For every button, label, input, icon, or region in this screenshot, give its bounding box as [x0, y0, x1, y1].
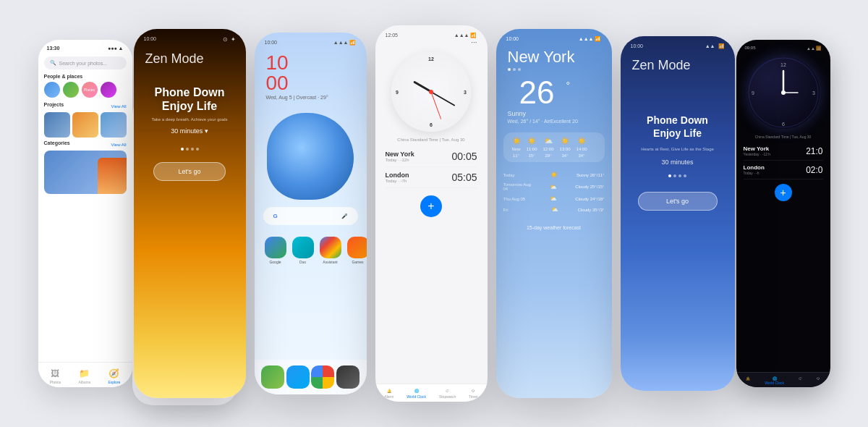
stopwatch-label: Stopwatch — [439, 394, 456, 399]
hourly-time-2: 11:00 — [527, 147, 537, 151]
timer-icon: ⏲ — [472, 389, 475, 393]
hourly-temp-2: 15° — [528, 153, 535, 158]
weather-city: New York — [496, 42, 612, 68]
zen2-dot-3 — [678, 174, 681, 177]
zen-time: 10:00 — [144, 36, 157, 43]
phone-zen: 10:00 ⊙ ✦ Zen Mode Phone DownEnjoy Life … — [134, 29, 246, 398]
wc-newyork-info: New York Today · -12h — [386, 151, 414, 162]
dark-tab-alarm[interactable]: 🔔 — [746, 376, 750, 385]
wc-london: London Today · -7h 05:05 — [386, 167, 477, 188]
phone-clock: 12:05 ▲▲▲ 📶 ··· 12 3 6 9 China Standard … — [375, 25, 488, 402]
photos-search[interactable]: 🔍 Search your photos... — [44, 56, 127, 69]
hourly-time-3: 12:00 — [543, 147, 554, 151]
avatar-places: Places — [82, 82, 98, 98]
dark-newyork-city: New York — [744, 145, 771, 152]
tab-photos[interactable]: 🖼Photos — [50, 368, 61, 384]
zen2-letsgo-button[interactable]: Let's go — [638, 192, 718, 211]
app-duo[interactable]: Duo — [292, 237, 314, 264]
launcher-dock — [255, 360, 367, 394]
thumb-2 — [72, 112, 98, 138]
app-games[interactable]: Games — [347, 237, 367, 264]
hourly-temp-3: 29° — [545, 153, 552, 158]
degree-symbol: ° — [566, 80, 570, 91]
zen-letsgo-button[interactable]: Let's go — [153, 162, 226, 181]
wdot-2 — [513, 68, 516, 71]
dark-worldclock-label: World Clock — [765, 381, 784, 385]
clock-tabs: 🔔 Alarm 🌐 World Clock ⏱ Stopwatch ⏲ Time… — [375, 384, 488, 402]
zen-icon-1: ⊙ — [223, 36, 228, 43]
zen2-headline: Phone DownEnjoy Life — [621, 77, 735, 144]
clock-menu[interactable]: ··· — [375, 38, 488, 46]
app-google[interactable]: Google — [265, 237, 286, 264]
day-today-icon: ☀️ — [550, 172, 558, 178]
zen-status-bar: 10:00 ⊙ ✦ — [134, 29, 246, 43]
tab-stopwatch[interactable]: ⏱ Stopwatch — [439, 389, 456, 399]
projects-view-all[interactable]: View All — [111, 104, 127, 109]
hourly-icon-1: ☀️ — [512, 137, 521, 145]
wc-london-rel: Today · -7h — [386, 179, 409, 183]
dock-browser[interactable] — [286, 365, 310, 389]
projects-title: Projects — [44, 102, 64, 107]
phone-zen2: 10:00 ▲▲ 📶 Zen Mode Phone DownEnjoy Life… — [621, 36, 735, 391]
dark-clock-screen: 09:05 ▲▲ 📶 12 3 6 9 China Standard Time — [736, 40, 830, 387]
tab-worldclock[interactable]: 🌐 World Clock — [407, 389, 426, 399]
categories-view-all[interactable]: View All — [111, 143, 127, 147]
launcher-screen: 10:00 ▲▲▲ 📶 10 00 Wed, Aug 5 | Overcast … — [255, 33, 367, 394]
hourly-temp-4: 34° — [562, 153, 569, 158]
places-grid: Places — [44, 82, 127, 98]
avatar-2 — [63, 82, 79, 98]
hourly-icon-5: ☀️ — [577, 137, 586, 145]
clock-timezone-label: China Standard Time | Tue, Aug 30 — [375, 138, 488, 142]
dark-stopwatch-icon: ⏱ — [799, 376, 802, 381]
hourly-icon-4: ☀️ — [561, 137, 569, 145]
timer-label: Timer — [469, 394, 478, 399]
dock-phone[interactable] — [261, 365, 284, 389]
launcher-search[interactable]: G 🎤 — [263, 207, 358, 225]
google-icon — [265, 237, 286, 258]
dark-timer-icon: ⏲ — [817, 376, 820, 381]
hourly-icon-3: ⛅ — [544, 137, 553, 145]
wc-newyork-rel: Today · -12h — [386, 158, 414, 162]
photos-screen: 13:30 ●●● ▲ 🔍 Search your photos... Peop… — [38, 40, 132, 387]
tab-albums[interactable]: 📁Albums — [78, 368, 90, 384]
dark-tab-worldclock[interactable]: 🌐 World Clock — [765, 376, 784, 385]
center-dot — [429, 90, 433, 94]
dark-london-time: 02:0 — [806, 165, 822, 175]
games-icon — [347, 237, 367, 258]
dark-london-city: London — [744, 164, 765, 171]
mic-icon[interactable]: 🎤 — [341, 214, 348, 219]
day-thu-temp: Cloudy 24°/18° — [575, 197, 604, 201]
tab-explore[interactable]: 🧭Explore — [108, 368, 120, 384]
dock-chrome[interactable] — [311, 365, 334, 389]
zen-main: Phone DownEnjoy Life Take a deep breath.… — [134, 71, 246, 140]
day-tomorrow-label: Tomorrow Aug 04 — [503, 182, 532, 191]
launcher-date: Wed, Aug 5 | Overcast · 29° — [255, 95, 367, 106]
zen2-status: 10:00 ▲▲ 📶 — [621, 36, 735, 49]
tab-alarm[interactable]: 🔔 Alarm — [384, 389, 393, 399]
dark-clock-label: China Standard Time | Tue, Aug 30 — [736, 135, 830, 139]
dock-camera[interactable] — [336, 365, 359, 389]
day-fri-temp: Cloudy 35°/3° — [578, 208, 605, 212]
day-thu: Thu Aug 05 ⛅ Cloudy 24°/18° — [503, 193, 605, 204]
worldclock-icon: 🌐 — [414, 389, 419, 393]
dark-add-button[interactable]: + — [775, 184, 792, 201]
weather-desc: Sunny — [496, 109, 612, 119]
launcher-apps: Google Duo Assistant Games — [255, 231, 367, 270]
zen-timer[interactable]: 30 minutes ▾ — [145, 127, 234, 135]
hourly-temp-5: 34° — [579, 153, 585, 158]
weather-forecast-link[interactable]: 15-day weather forecast — [496, 219, 612, 236]
clock-num-9: 9 — [396, 90, 399, 95]
weather-status: 10:00 ▲▲▲ 📶 — [496, 29, 612, 42]
clock-num-3: 3 — [464, 90, 467, 95]
day-today-label: Today — [503, 173, 532, 177]
dark-signal: ▲▲ 📶 — [807, 46, 822, 51]
hourly-time-4: 13:00 — [560, 147, 571, 151]
tab-timer[interactable]: ⏲ Timer — [469, 389, 478, 399]
dark-clock-tabs: 🔔 🌐 World Clock ⏱ ⏲ — [736, 372, 830, 387]
add-clock-button[interactable]: + — [420, 195, 442, 217]
app-assistant[interactable]: Assistant — [320, 237, 341, 264]
avatar-1 — [44, 82, 60, 98]
google-g: G — [273, 213, 278, 219]
dark-tab-timer[interactable]: ⏲ — [817, 376, 820, 385]
dark-tab-stopwatch[interactable]: ⏱ — [799, 376, 802, 385]
